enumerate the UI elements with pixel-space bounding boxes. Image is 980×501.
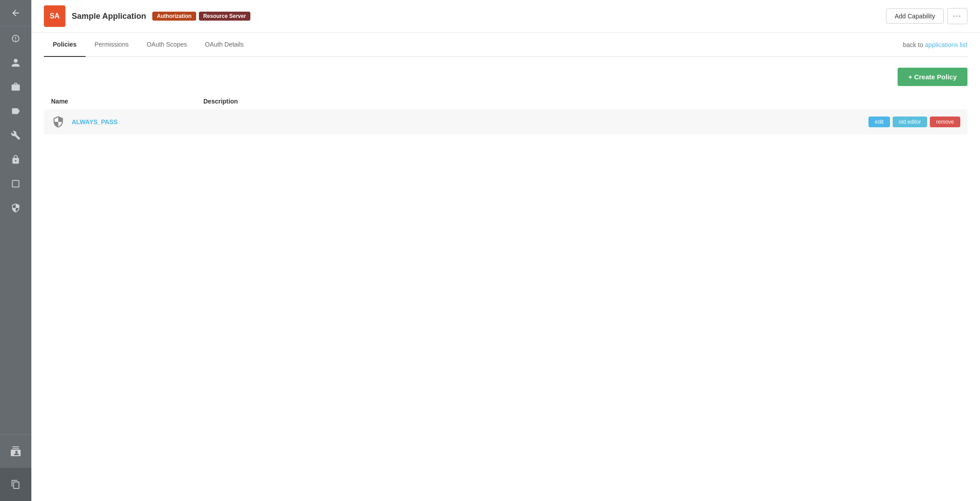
old-editor-button[interactable]: old editor <box>893 117 927 127</box>
badge-resource-server: Resource Server <box>199 12 250 21</box>
sidebar-item-applications[interactable] <box>0 75 31 99</box>
tab-oauth-details[interactable]: OAuth Details <box>196 33 252 57</box>
sidebar-nav <box>0 26 31 434</box>
app-avatar: SA <box>44 5 65 27</box>
sidebar-item-dashboard[interactable] <box>0 26 31 51</box>
sidebar-item-tenants[interactable] <box>0 172 31 196</box>
col-header-description: Description <box>203 98 960 105</box>
sidebar-item-security[interactable] <box>0 147 31 172</box>
back-to-applications: back to applications list <box>903 33 967 56</box>
content-area: Policies Permissions OAuth Scopes OAuth … <box>31 33 980 501</box>
row-actions: edit old editor remove <box>868 117 960 127</box>
more-options-button[interactable]: ··· <box>947 8 967 24</box>
applications-list-link[interactable]: applications list <box>925 41 967 48</box>
create-policy-button[interactable]: + Create Policy <box>898 68 967 86</box>
app-name: Sample Application <box>72 12 146 21</box>
col-header-name: Name <box>51 98 203 105</box>
tabs-bar: Policies Permissions OAuth Scopes OAuth … <box>44 33 967 57</box>
table-header-row: Name Description <box>44 93 967 109</box>
sidebar-item-copy[interactable] <box>0 472 31 497</box>
sidebar-item-integrations[interactable] <box>0 123 31 147</box>
edit-policy-button[interactable]: edit <box>868 117 890 127</box>
policy-shield-icon <box>51 115 65 129</box>
header-actions: Add Capability ··· <box>886 8 967 24</box>
tab-policies[interactable]: Policies <box>44 33 86 57</box>
table-row: ALWAYS_PASS edit old editor remove <box>44 109 967 134</box>
tab-permissions[interactable]: Permissions <box>86 33 138 57</box>
sidebar-item-shield[interactable] <box>0 196 31 220</box>
sidebar-bottom <box>0 434 31 468</box>
main-content: SA Sample Application Authorization Reso… <box>31 0 980 501</box>
sidebar-back[interactable] <box>0 0 31 26</box>
sidebar-bottom-dark <box>0 468 31 501</box>
tab-oauth-scopes[interactable]: OAuth Scopes <box>138 33 196 57</box>
sidebar-item-roles[interactable] <box>0 99 31 123</box>
add-capability-button[interactable]: Add Capability <box>886 9 943 24</box>
sidebar-item-users[interactable] <box>0 51 31 75</box>
badge-authorization: Authorization <box>152 12 196 21</box>
policies-table: Name Description ALWAYS_PASS edit old ed… <box>44 93 967 134</box>
sidebar <box>0 0 31 501</box>
remove-policy-button[interactable]: remove <box>930 117 960 127</box>
policy-name-link[interactable]: ALWAYS_PASS <box>72 118 206 125</box>
sidebar-item-contacts[interactable] <box>0 439 31 463</box>
create-policy-container: + Create Policy <box>44 68 967 86</box>
header: SA Sample Application Authorization Reso… <box>31 0 980 33</box>
